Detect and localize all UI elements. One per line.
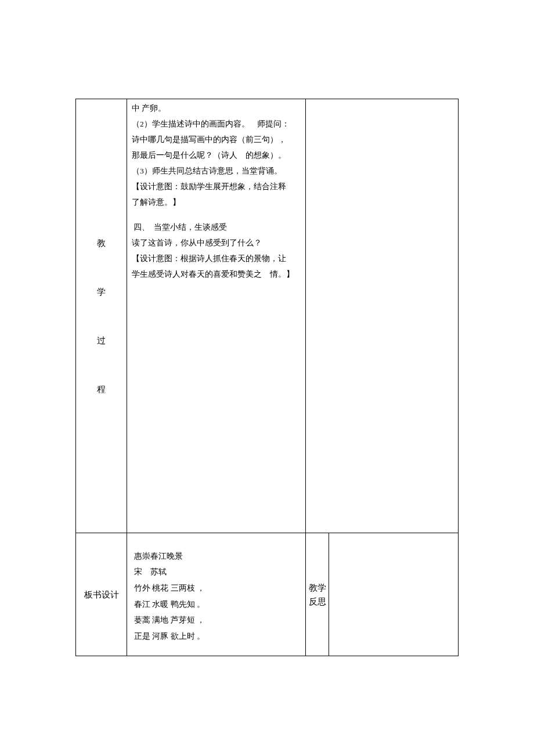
content-line: （3）师生共同总结古诗意思，当堂背诵。 <box>132 164 301 179</box>
process-label-char: 学 <box>97 285 106 299</box>
board-line: 竹外 桃花 三两枝 ， <box>134 581 300 596</box>
text: 师提问： <box>257 120 290 128</box>
text: 情。】 <box>270 270 294 278</box>
board-line: 宋 苏轼 <box>134 565 300 580</box>
board-label-cell: 板书设计 <box>76 533 127 656</box>
text: 的想象）。 <box>246 151 286 160</box>
reflection-label-cell: 教学 反思 <box>306 533 329 656</box>
text: （2）学生描述诗中的画面内容。 <box>132 120 250 128</box>
content-line: 【设计意图：根据诗人抓住春天的景物，让 <box>132 252 301 266</box>
teaching-process-row: 教 学 过 程 中 产卵。 （2）学生描述诗中的画面内容。 师提问： 诗中哪几句… <box>76 99 459 533</box>
board-content: 惠崇春江晚景 宋 苏轼 竹外 桃花 三两枝 ， 春江 水暖 鸭先知 。 蒌蒿 满… <box>127 537 305 652</box>
text: 惠崇春江晚景 <box>134 552 183 560</box>
process-content: 中 产卵。 （2）学生描述诗中的画面内容。 师提问： 诗中哪几句是描写画中的内容… <box>127 99 305 289</box>
process-label-char: 程 <box>97 382 106 396</box>
text: 了解诗意。】 <box>132 198 181 207</box>
text: 那最后一句是什么呢？（诗人 <box>132 151 237 160</box>
text: 中 产卵。 <box>132 104 166 113</box>
board-line: 蒌蒿 满地 芦芽短 ， <box>134 613 300 628</box>
text: 学生感受诗人对春天的喜爱和赞美之 <box>132 270 262 278</box>
spacer <box>132 211 301 220</box>
process-label-char: 过 <box>97 334 106 348</box>
process-content-cell: 中 产卵。 （2）学生描述诗中的画面内容。 师提问： 诗中哪几句是描写画中的内容… <box>127 99 306 533</box>
text: 正是 河豚 欲上时 。 <box>134 632 205 641</box>
text: 读了这首诗，你从中感受到了什么？ <box>132 238 262 247</box>
content-line: 四、 当堂小结，生谈感受 <box>132 220 301 235</box>
text: 当堂小结，生谈感受 <box>154 223 227 231</box>
process-label-cell: 教 学 过 程 <box>76 99 127 533</box>
board-line: 惠崇春江晚景 <box>134 549 300 564</box>
content-line: 学生感受诗人对春天的喜爱和赞美之 情。】 <box>132 267 301 282</box>
text: 【设计意图：根据诗人抓住春天的景物，让 <box>132 254 286 263</box>
text: 竹外 桃花 三两枝 ， <box>134 584 205 592</box>
reflection-label: 教学 反思 <box>306 581 329 609</box>
text: （3）师生共同总结古诗意思，当堂背诵。 <box>132 167 282 175</box>
text: 宋 <box>134 567 142 576</box>
content-line: 了解诗意。】 <box>132 196 301 210</box>
board-label: 板书设计 <box>84 590 119 599</box>
content-line: 【设计意图：鼓励学生展开想象，结合注释 <box>132 180 301 194</box>
lesson-plan-table: 教 学 过 程 中 产卵。 （2）学生描述诗中的画面内容。 师提问： 诗中哪几句… <box>75 99 459 656</box>
text: 四、 <box>134 223 150 231</box>
content-line: 读了这首诗，你从中感受到了什么？ <box>132 236 301 251</box>
text: 苏轼 <box>150 567 167 576</box>
content-line: 诗中哪几句是描写画中的内容（前三句）， <box>132 133 301 147</box>
board-line: 春江 水暖 鸭先知 。 <box>134 597 300 612</box>
text: 春江 水暖 鸭先知 。 <box>134 600 205 609</box>
content-line: 那最后一句是什么呢？（诗人 的想象）。 <box>132 149 301 163</box>
text: 【设计意图：鼓励学生展开想象，结合注释 <box>132 182 286 191</box>
text: 反思 <box>309 597 326 606</box>
page-container: 教 学 过 程 中 产卵。 （2）学生描述诗中的画面内容。 师提问： 诗中哪几句… <box>0 0 534 743</box>
reflection-content-cell <box>329 533 459 656</box>
content-line: （2）学生描述诗中的画面内容。 师提问： <box>132 117 301 132</box>
board-line: 正是 河豚 欲上时 。 <box>134 629 300 644</box>
process-notes-cell <box>306 99 459 533</box>
board-content-cell: 惠崇春江晚景 宋 苏轼 竹外 桃花 三两枝 ， 春江 水暖 鸭先知 。 蒌蒿 满… <box>127 533 306 656</box>
content-line: 中 产卵。 <box>132 102 301 116</box>
text: 蒌蒿 满地 芦芽短 ， <box>134 616 205 624</box>
process-label-char: 教 <box>97 236 106 250</box>
text: 诗中哪几句是描写画中的内容（前三句）， <box>132 135 286 144</box>
board-design-row: 板书设计 惠崇春江晚景 宋 苏轼 竹外 桃花 三两枝 ， 春江 水暖 鸭先知 。 <box>76 533 459 656</box>
process-label: 教 学 过 程 <box>76 196 127 437</box>
text: 教学 <box>309 583 326 592</box>
